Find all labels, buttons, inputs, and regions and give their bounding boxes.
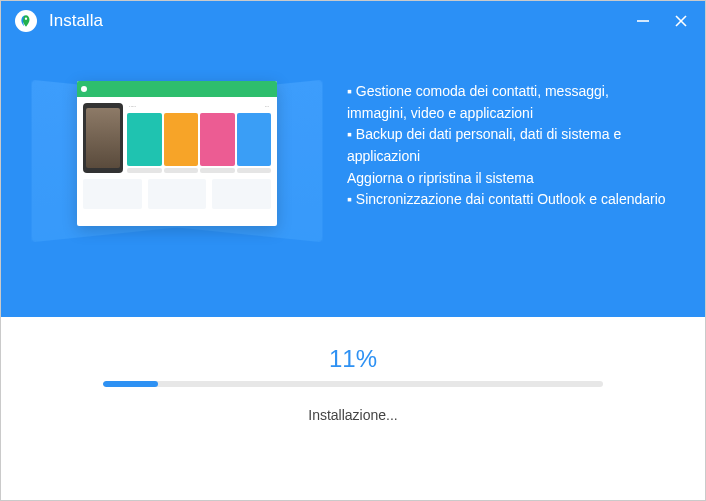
installer-window: Installa [0,0,706,501]
tile-4 [237,113,272,166]
close-button[interactable] [671,11,691,31]
title-bar: Installa [1,1,705,41]
minimize-button[interactable] [633,11,653,31]
feature-list: ▪ Gestione comoda dei contatti, messaggi… [347,81,669,211]
progress-bar-fill [103,381,158,387]
feature-item-2: ▪ Backup dei dati personali, dati di sis… [347,124,669,167]
close-icon [674,14,688,28]
carousel-preview: ········ [37,81,317,261]
window-title: Installa [49,11,103,31]
carousel-card-front: ········ [77,81,277,226]
feature-item-1: ▪ Gestione comoda dei contatti, messaggi… [347,81,669,124]
tile-3 [200,113,235,166]
progress-panel: 11% Installazione... [1,317,705,500]
progress-percent: 11% [329,345,377,373]
tile-1 [127,113,162,166]
window-controls [633,11,691,31]
progress-status: Installazione... [308,407,398,423]
phone-icon [83,103,123,173]
minimize-icon [636,14,650,28]
feature-item-3: Aggiorna o ripristina il sistema [347,168,669,190]
top-panel: Installa [1,1,705,317]
tile-2 [164,113,199,166]
progress-bar [103,381,603,387]
preview-header [77,81,277,97]
hero-row: ········ [1,41,705,261]
feature-item-4: ▪ Sincronizzazione dai contatti Outlook … [347,189,669,211]
app-logo-icon [15,10,37,32]
